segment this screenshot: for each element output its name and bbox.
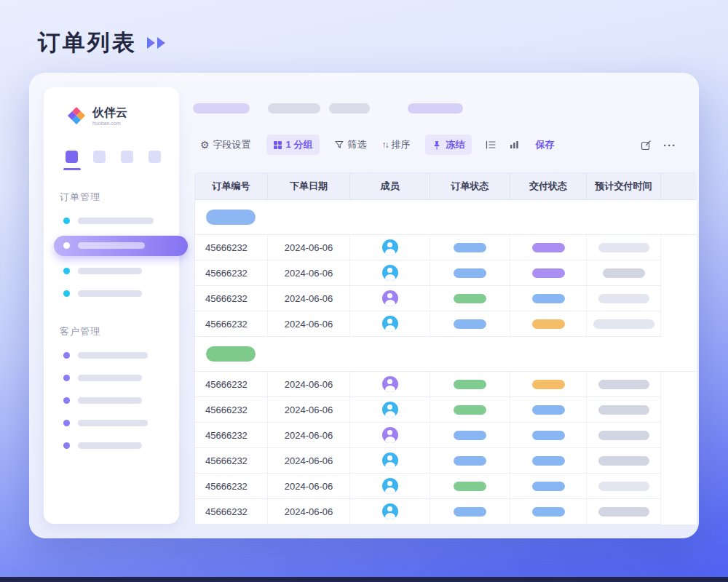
column-header[interactable]: 预计交付时间 bbox=[587, 173, 661, 199]
pin-icon bbox=[432, 140, 441, 150]
eta-cell bbox=[587, 260, 661, 286]
freeze-button[interactable]: 冻结 bbox=[425, 135, 472, 155]
delivery-status-cell bbox=[510, 499, 587, 525]
member-cell bbox=[350, 448, 430, 474]
table-row[interactable]: 456662322024-06-06 bbox=[195, 235, 697, 260]
sidebar-item[interactable] bbox=[44, 367, 179, 389]
table-row[interactable]: 456662322024-06-06 bbox=[195, 397, 697, 423]
member-cell bbox=[350, 474, 430, 499]
order-table: 订单编号下单日期成员订单状态交付状态预计交付时间 456662322024-06… bbox=[194, 172, 697, 525]
row-height-button[interactable] bbox=[486, 140, 496, 149]
order-status-cell bbox=[430, 474, 510, 499]
logo-domain: huoban.com bbox=[92, 121, 127, 126]
freeze-label: 冻结 bbox=[446, 138, 464, 151]
nav-item-placeholder bbox=[78, 442, 142, 449]
member-avatar-icon bbox=[382, 503, 398, 519]
order-status-cell bbox=[430, 499, 510, 525]
sidebar-tab-1[interactable] bbox=[66, 151, 78, 163]
order-status-pill bbox=[454, 405, 486, 415]
order-date-cell: 2024-06-06 bbox=[268, 499, 350, 525]
member-avatar-icon bbox=[382, 239, 398, 255]
order-status-pill bbox=[454, 431, 486, 440]
sidebar-item[interactable] bbox=[44, 282, 179, 305]
nav-item-dot-icon bbox=[63, 352, 70, 359]
eta-cell bbox=[587, 235, 661, 260]
app-window: 伙伴云 huoban.com 订单管理客户管理 ⚙ bbox=[29, 73, 699, 538]
eta-cell bbox=[587, 397, 661, 423]
funnel-icon bbox=[335, 140, 344, 149]
view-tab-pill[interactable] bbox=[268, 103, 320, 113]
table-row[interactable]: 456662322024-06-06 bbox=[195, 286, 697, 311]
nav-item-placeholder bbox=[78, 242, 145, 249]
sidebar-nav: 订单管理客户管理 bbox=[44, 191, 179, 457]
order-no-cell: 45666232 bbox=[195, 397, 268, 423]
filter-button[interactable]: 筛选 bbox=[335, 138, 366, 151]
row-filler bbox=[661, 372, 697, 397]
sidebar-item[interactable] bbox=[44, 434, 179, 457]
sidebar-item[interactable] bbox=[54, 236, 188, 256]
row-filler bbox=[661, 423, 697, 448]
delivery-status-pill bbox=[532, 294, 565, 303]
delivery-status-pill bbox=[532, 405, 565, 415]
order-status-cell bbox=[430, 235, 510, 260]
sidebar-tab-4[interactable] bbox=[149, 151, 161, 163]
delivery-status-pill bbox=[532, 482, 565, 491]
group-button[interactable]: 1 分组 bbox=[266, 135, 320, 155]
group-header-row[interactable] bbox=[195, 337, 697, 372]
view-tab-pill[interactable] bbox=[193, 103, 250, 113]
row-filler bbox=[661, 397, 697, 423]
order-date-cell: 2024-06-06 bbox=[268, 311, 350, 337]
table-row[interactable]: 456662322024-06-06 bbox=[195, 423, 697, 448]
edit-button[interactable] bbox=[641, 140, 652, 151]
order-date-cell: 2024-06-06 bbox=[268, 260, 350, 286]
sidebar-tab-3[interactable] bbox=[121, 151, 133, 163]
table-row[interactable]: 456662322024-06-06 bbox=[195, 499, 697, 525]
order-no-cell: 45666232 bbox=[195, 474, 268, 499]
member-cell bbox=[350, 423, 430, 448]
order-status-cell bbox=[430, 286, 510, 311]
table-row[interactable]: 456662322024-06-06 bbox=[195, 372, 697, 397]
row-filler bbox=[661, 448, 697, 474]
column-header[interactable]: 下单日期 bbox=[268, 173, 350, 199]
nav-item-placeholder bbox=[78, 268, 142, 274]
sidebar-item[interactable] bbox=[44, 389, 179, 412]
sort-button[interactable]: ↑↓ 排序 bbox=[381, 138, 410, 151]
view-tabs-skeleton bbox=[193, 103, 697, 113]
order-date-cell: 2024-06-06 bbox=[268, 235, 350, 260]
table-row[interactable]: 456662322024-06-06 bbox=[195, 474, 697, 499]
sidebar-item[interactable] bbox=[44, 344, 179, 367]
eta-skeleton-pill bbox=[598, 431, 649, 440]
chart-button[interactable] bbox=[510, 140, 519, 149]
table-row[interactable]: 456662322024-06-06 bbox=[195, 260, 697, 286]
nav-item-placeholder bbox=[78, 290, 142, 297]
column-header[interactable]: 交付状态 bbox=[510, 173, 587, 199]
group-header-row[interactable] bbox=[195, 200, 697, 235]
table-header: 订单编号下单日期成员订单状态交付状态预计交付时间 bbox=[195, 172, 697, 200]
order-status-cell bbox=[430, 260, 510, 286]
field-settings-button[interactable]: ⚙ 字段设置 bbox=[200, 138, 251, 151]
sidebar-item[interactable] bbox=[44, 412, 179, 434]
row-filler bbox=[661, 286, 697, 311]
column-header[interactable]: 订单编号 bbox=[195, 173, 268, 199]
column-header[interactable]: 成员 bbox=[350, 173, 430, 199]
order-date-cell: 2024-06-06 bbox=[268, 397, 350, 423]
order-no-cell: 45666232 bbox=[195, 260, 268, 286]
table-row[interactable]: 456662322024-06-06 bbox=[195, 448, 697, 474]
nav-item-placeholder bbox=[78, 352, 148, 359]
member-cell bbox=[350, 260, 430, 286]
sidebar-tab-2[interactable] bbox=[93, 151, 106, 163]
column-header[interactable]: 订单状态 bbox=[430, 173, 510, 199]
logo: 伙伴云 huoban.com bbox=[44, 87, 179, 126]
view-tab-pill[interactable] bbox=[329, 103, 370, 113]
sidebar-item[interactable] bbox=[44, 260, 179, 282]
view-tab-pill[interactable] bbox=[408, 103, 463, 113]
gear-icon: ⚙ bbox=[200, 140, 210, 150]
sidebar-item[interactable] bbox=[44, 210, 179, 232]
save-button[interactable]: 保存 bbox=[535, 138, 554, 151]
member-avatar-icon bbox=[382, 376, 398, 392]
page-title: 订单列表 bbox=[38, 28, 137, 58]
bottom-strip bbox=[0, 577, 728, 582]
nav-item-dot-icon bbox=[63, 420, 70, 426]
table-row[interactable]: 456662322024-06-06 bbox=[195, 311, 697, 337]
more-button[interactable]: ··· bbox=[663, 139, 676, 151]
